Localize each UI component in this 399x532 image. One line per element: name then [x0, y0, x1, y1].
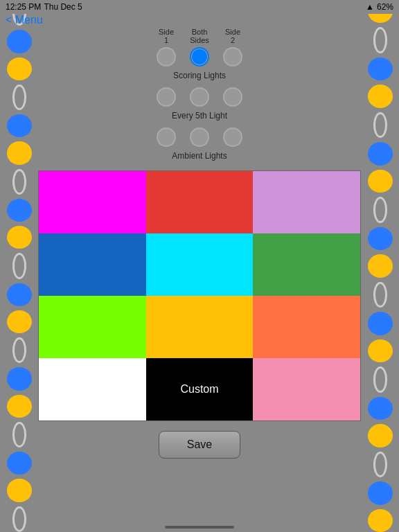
every5th-group: Every 5th Light	[157, 87, 242, 121]
color-cell-white[interactable]	[39, 358, 146, 420]
side-blue-dot	[368, 227, 393, 250]
color-cell-yellow[interactable]	[146, 296, 254, 358]
ambient-radio2[interactable]	[190, 127, 209, 147]
color-cell-cyan[interactable]	[146, 233, 254, 296]
wifi-icon: ▲	[366, 2, 374, 12]
side-oval	[373, 366, 387, 393]
save-button[interactable]: Save	[159, 431, 240, 459]
side-yellow-dot	[368, 85, 393, 107]
side-oval	[12, 169, 26, 195]
status-bar: 12:25 PM Thu Dec 5 ▲ 62%	[0, 0, 399, 14]
color-cell-pink[interactable]	[253, 358, 360, 420]
ambient-radio1[interactable]	[157, 127, 176, 147]
right-side-panel	[361, 0, 399, 532]
side-yellow-dot	[7, 479, 32, 502]
color-cell-lime[interactable]	[39, 296, 146, 358]
side-blue-dot	[7, 30, 32, 53]
side-oval	[373, 112, 387, 139]
home-indicator	[165, 526, 234, 529]
color-cell-orange[interactable]	[253, 296, 360, 358]
color-grid: Custom	[38, 170, 361, 421]
side-yellow-dot	[7, 395, 32, 418]
scoring-lights-label: Scoring Lights	[173, 71, 226, 80]
every5th-radio2[interactable]	[190, 87, 209, 107]
side-oval	[12, 506, 26, 532]
battery-level: 62%	[377, 2, 393, 12]
side-blue-dot	[7, 199, 32, 222]
side-oval	[12, 253, 26, 278]
side-yellow-dot	[7, 57, 32, 80]
scoring-lights-radios	[157, 47, 242, 66]
side-yellow-dot	[7, 226, 32, 249]
scoring-lights-group: Side 1 Both Sides Side 2 Scoring Lights	[157, 28, 242, 80]
color-cell-magenta[interactable]	[39, 171, 146, 233]
every5th-radios	[157, 87, 242, 107]
color-cell-black[interactable]: Custom	[146, 358, 254, 420]
side-blue-dot	[7, 452, 32, 475]
side-oval	[12, 85, 26, 110]
side-oval	[373, 452, 387, 478]
side-oval	[373, 197, 387, 223]
side-oval	[12, 422, 26, 447]
scoring-side1-radio[interactable]	[157, 47, 176, 66]
status-right: ▲ 62%	[366, 2, 393, 12]
status-time: 12:25 PM	[6, 2, 41, 12]
side-blue-dot	[368, 397, 393, 420]
ambient-radios	[157, 127, 242, 147]
side-yellow-dot	[368, 254, 393, 277]
side-oval	[373, 282, 387, 308]
scoring-both-radio[interactable]	[190, 47, 209, 66]
side-yellow-dot	[368, 170, 393, 193]
left-side-panel	[0, 0, 38, 532]
side-yellow-dot	[368, 424, 393, 447]
status-left: 12:25 PM Thu Dec 5	[6, 2, 82, 12]
side2-label: Side 2	[223, 28, 242, 44]
side1-label: Side 1	[157, 28, 176, 44]
ambient-radio3[interactable]	[223, 127, 242, 147]
ambient-lights-label: Ambient Lights	[172, 151, 227, 161]
side-oval	[373, 27, 387, 53]
status-date: Thu Dec 5	[44, 2, 82, 12]
back-button[interactable]: < Menu	[6, 14, 43, 26]
ambient-lights-group: Ambient Lights	[157, 127, 242, 161]
side-blue-dot	[368, 57, 393, 80]
side-yellow-dot	[7, 310, 32, 333]
every5th-radio1[interactable]	[157, 87, 176, 107]
side-blue-dot	[7, 114, 32, 137]
color-cell-green[interactable]	[253, 233, 360, 296]
back-label: < Menu	[6, 14, 43, 26]
every5th-label: Every 5th Light	[172, 111, 227, 121]
color-cell-red[interactable]	[146, 171, 254, 233]
side-yellow-dot	[368, 509, 393, 532]
controls-section: Side 1 Both Sides Side 2 Scoring Lights …	[38, 14, 361, 161]
scoring-side2-radio[interactable]	[223, 47, 242, 66]
both-sides-label: Both Sides	[190, 28, 209, 44]
side-blue-dot	[7, 367, 32, 390]
color-cell-blue[interactable]	[39, 233, 146, 296]
scoring-lights-labels: Side 1 Both Sides Side 2	[157, 28, 242, 44]
every5th-radio3[interactable]	[223, 87, 242, 107]
side-blue-dot	[7, 283, 32, 306]
side-blue-dot	[368, 142, 393, 165]
color-cell-purple[interactable]	[253, 171, 360, 233]
main-content: Side 1 Both Sides Side 2 Scoring Lights …	[38, 14, 361, 532]
side-blue-dot	[368, 312, 393, 335]
side-blue-dot	[368, 481, 393, 504]
side-oval	[12, 337, 26, 363]
side-yellow-dot	[368, 339, 393, 362]
side-yellow-dot	[7, 141, 32, 164]
